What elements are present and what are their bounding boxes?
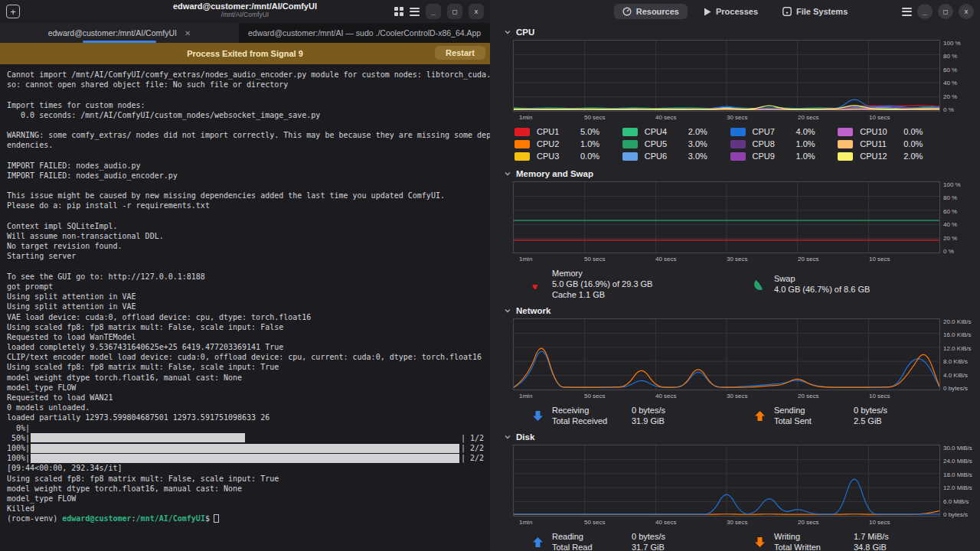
monitor-view-switcher: Resources Processes File Systems: [614, 4, 857, 19]
tab-file-systems[interactable]: File Systems: [774, 4, 856, 19]
restart-button[interactable]: Restart: [435, 46, 485, 60]
terminal-line: [7, 181, 484, 191]
terminal-line: so: cannot open shared object file: No s…: [7, 80, 484, 90]
terminal-line: Requested to load WanTEModel: [7, 332, 484, 342]
y-tick-label: 60 %: [943, 67, 978, 73]
minimize-button[interactable]: _: [917, 4, 933, 19]
network-send-stats: Sending 0 bytes/s Total Sent 2.5 GiB: [754, 405, 976, 426]
x-tick-label: 20 secs: [798, 256, 819, 262]
sending-value: 0 bytes/s: [854, 405, 887, 416]
terminal-line: Context impl SQLiteImpl.: [7, 221, 484, 231]
receiving-value: 0 bytes/s: [632, 405, 665, 416]
cpu-section-header[interactable]: CPU: [490, 23, 980, 40]
disk-section: Disk 30.0 MiB/s24.0 MiB/s18.0 MiB/s12.0 …: [490, 428, 980, 551]
legend-item-cpu10: CPU100.0%: [838, 126, 946, 138]
x-tick-label: 1min: [519, 114, 532, 121]
disk-chart: [513, 445, 940, 517]
network-section-header[interactable]: Network: [490, 302, 980, 318]
tab-resources[interactable]: Resources: [614, 4, 688, 19]
network-section-title: Network: [516, 306, 550, 315]
menu-icon[interactable]: [410, 8, 420, 16]
x-tick-label: 50 secs: [584, 114, 606, 121]
tab-label: Processes: [716, 7, 758, 16]
writing-value: 1.7 MiB/s: [854, 531, 889, 542]
legend-name: CPU1: [537, 127, 573, 136]
new-tab-button[interactable]: +: [6, 5, 20, 18]
terminal-line: [09:44<00:00, 292.34s/it]: [7, 463, 484, 473]
terminal-line: This issue might be caused by new missin…: [7, 191, 484, 201]
window-title: edward@customer:/mnt/AI/ComfyUI: [173, 2, 317, 11]
memory-chart: [513, 181, 940, 253]
disk-stats: Reading 0 bytes/s Total Read 31.7 GiB Wr…: [490, 527, 980, 551]
reading-value: 0 bytes/s: [632, 531, 665, 542]
legend-value: 1.0%: [580, 139, 599, 148]
swap-value: 4.0 GB (46.7%) of 8.6 GB: [774, 284, 870, 295]
tab-overview-icon[interactable]: [394, 7, 403, 16]
minimize-button[interactable]: _: [426, 4, 441, 19]
terminal-line: model_type FLOW: [7, 494, 484, 504]
legend-item-cpu8: CPU81.0%: [730, 138, 838, 150]
legend-swatch: [730, 152, 746, 161]
maximize-button[interactable]: □: [447, 4, 462, 19]
total-received-label: Total Received: [552, 416, 619, 426]
terminal-line: Using split attention in VAE: [7, 292, 484, 302]
menu-icon[interactable]: [902, 8, 912, 16]
y-tick-label: 40 %: [943, 221, 978, 228]
x-tick-label: 20 secs: [798, 519, 819, 526]
chevron-down-icon: [504, 170, 511, 178]
x-tick-label: 1min: [519, 393, 532, 399]
y-tick-label: 12.0 MiB/s: [943, 484, 978, 491]
legend-name: CPU11: [860, 139, 897, 148]
upload-arrow-icon: [754, 410, 766, 422]
legend-swatch: [514, 128, 530, 136]
progress-bar-fill: [31, 433, 245, 442]
swap-label: Swap: [774, 273, 870, 284]
terminal-line: Requested to load WAN21: [7, 393, 484, 403]
memory-section-header[interactable]: Memory and Swap: [490, 165, 980, 181]
y-tick-label: 16.0 KiB/s: [943, 331, 978, 338]
download-arrow-icon: [532, 410, 544, 422]
legend-value: 3.0%: [688, 152, 707, 161]
legend-item-cpu2: CPU21.0%: [514, 138, 622, 150]
close-button[interactable]: x: [959, 4, 974, 19]
network-chart: [513, 318, 940, 390]
terminal-output[interactable]: Cannot import /mnt/AI/ComfyUI/comfy_extr…: [0, 64, 490, 551]
terminal-tab-comfyui[interactable]: edward@customer:/mnt/AI/ComfyUI ✕: [0, 23, 239, 43]
cpu-x-axis: 1min50 secs40 secs30 secs20 secs10 secs: [513, 113, 940, 122]
terminal-line: CLIP/text encoder model load device: cud…: [7, 352, 484, 362]
progress-bar-line: 100%|| 2/2: [7, 443, 484, 453]
terminal-tab-coolercontrol[interactable]: edward@customer:/mnt/AI — sudo ./CoolerC…: [239, 23, 490, 43]
x-tick-label: 30 secs: [727, 519, 748, 526]
legend-value: 2.0%: [688, 127, 707, 136]
x-tick-label: 40 secs: [655, 256, 677, 262]
y-tick-label: 20 %: [943, 93, 978, 100]
total-written-value: 34.8 GiB: [854, 542, 889, 551]
progress-bar-line: 50%|| 1/2: [7, 433, 484, 443]
y-tick-label: 0 bytes/s: [943, 385, 978, 392]
y-tick-label: 8.0 KiB/s: [943, 358, 978, 365]
close-button[interactable]: x: [469, 4, 484, 19]
tab-label: edward@customer:/mnt/AI — sudo ./CoolerC…: [248, 28, 481, 37]
memory-label: Memory: [552, 268, 652, 279]
cpu-chart: [513, 40, 940, 112]
gauge-icon: [622, 7, 632, 16]
x-tick-label: 10 secs: [869, 256, 890, 262]
legend-value: 5.0%: [580, 127, 599, 136]
disk-section-header[interactable]: Disk: [490, 428, 980, 445]
tab-close-icon[interactable]: ✕: [185, 29, 191, 37]
desktop: + edward@customer:/mnt/AI/ComfyUI /mnt/A…: [0, 0, 980, 551]
maximize-button[interactable]: □: [938, 4, 953, 19]
tab-processes[interactable]: Processes: [695, 4, 766, 19]
terminal-line: 0%|: [7, 423, 484, 433]
shell-prompt: (rocm-venv) edward@customer:/mnt/AI/Comf…: [7, 514, 484, 523]
terminal-titlebar: + edward@customer:/mnt/AI/ComfyUI /mnt/A…: [0, 0, 490, 23]
cpu-legend: CPU15.0%CPU21.0%CPU30.0%CPU42.0%CPU53.0%…: [490, 122, 980, 165]
write-arrow-down-icon: [754, 536, 766, 548]
chevron-down-icon: [504, 28, 511, 36]
legend-name: CPU2: [537, 139, 573, 148]
x-tick-label: 20 secs: [798, 393, 819, 399]
x-tick-label: 50 secs: [584, 256, 606, 262]
legend-swatch: [514, 152, 530, 161]
terminal-line: model weight dtype torch.float16, manual…: [7, 484, 484, 494]
terminal-cursor: [214, 514, 219, 523]
